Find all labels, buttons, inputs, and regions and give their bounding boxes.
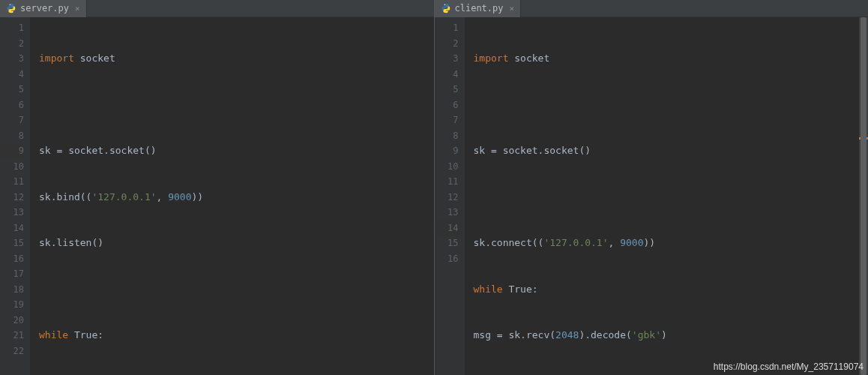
code-token: import <box>474 51 509 67</box>
gutter-right: 1 2 3 4 5 6 7 8 9 10 11 12 13 14 15 16 <box>435 17 465 375</box>
line-number: 13 <box>0 205 24 220</box>
line-number: 12 <box>435 190 459 206</box>
code-token: '127.0.0.1' <box>91 190 156 206</box>
gutter-left: 1 2 3 4 5 6 7 8 9 10 11 12 13 14 15 16 1… <box>0 17 30 375</box>
line-number: 13 <box>435 205 459 220</box>
code-token: socket <box>74 51 115 67</box>
svg-point-2 <box>444 4 444 5</box>
code-token: ) <box>661 328 667 344</box>
line-number: 1 <box>0 20 24 36</box>
code-right[interactable]: import socket sk = socket.socket() sk.co… <box>465 17 869 375</box>
code-token: while <box>39 328 68 344</box>
line-number: 4 <box>435 67 459 82</box>
code-token: , <box>157 190 169 206</box>
watermark: https://blog.csdn.net/My_2357119074 <box>714 362 864 372</box>
line-number: 19 <box>0 297 24 313</box>
line-number: 11 <box>0 174 24 190</box>
line-number: 10 <box>0 159 24 175</box>
line-number: 16 <box>435 251 459 267</box>
editor-left[interactable]: 1 2 3 4 5 6 7 8 9 10 11 12 13 14 15 16 1… <box>0 17 434 375</box>
line-number: 10 <box>435 159 459 175</box>
code-left[interactable]: import socket sk = socket.socket() sk.bi… <box>30 17 434 375</box>
code-token: sk = socket.socket() <box>39 143 157 159</box>
split-view: server.py × 1 2 3 4 5 6 7 8 9 10 11 12 1… <box>0 0 868 375</box>
close-icon[interactable]: × <box>510 4 515 14</box>
python-file-icon <box>6 3 16 14</box>
code-token: msg = sk.recv( <box>474 328 556 344</box>
line-number: 15 <box>0 236 24 251</box>
code-token: import <box>39 51 74 67</box>
svg-point-0 <box>10 4 10 5</box>
line-number: 3 <box>0 51 24 67</box>
line-number: 20 <box>0 313 24 328</box>
line-number: 7 <box>435 112 459 128</box>
line-number: 8 <box>0 128 24 144</box>
editor-right[interactable]: 1 2 3 4 5 6 7 8 9 10 11 12 13 14 15 16 i… <box>435 17 869 375</box>
left-pane: server.py × 1 2 3 4 5 6 7 8 9 10 11 12 1… <box>0 0 435 375</box>
tab-bar-right: client.py × <box>435 0 869 17</box>
code-token: 9000 <box>168 190 191 206</box>
code-token: )) <box>192 190 204 206</box>
code-token: , <box>609 236 621 251</box>
tab-server-py[interactable]: server.py × <box>0 0 87 17</box>
code-token: sk = socket.socket() <box>474 143 591 159</box>
line-number: 8 <box>435 128 459 144</box>
line-number: 22 <box>0 344 24 359</box>
line-number: 16 <box>0 251 24 267</box>
line-number: 6 <box>0 98 24 113</box>
right-pane: client.py × 1 2 3 4 5 6 7 8 9 10 11 12 1… <box>435 0 869 375</box>
line-number: 14 <box>0 220 24 236</box>
code-token: 2048 <box>555 328 579 344</box>
line-number: 7 <box>0 112 24 128</box>
line-number: 12 <box>0 190 24 206</box>
code-token: '127.0.0.1' <box>543 236 608 251</box>
code-token: while <box>474 282 503 298</box>
tab-label: client.py <box>455 3 504 14</box>
line-number: 21 <box>0 328 24 344</box>
line-number: 6 <box>435 98 459 113</box>
code-token: )) <box>643 236 655 251</box>
line-number: 3 <box>435 51 459 67</box>
code-token: True: <box>68 328 103 344</box>
line-number: 15 <box>435 236 459 251</box>
code-token: sk.listen() <box>39 236 103 251</box>
line-number: 18 <box>0 282 24 298</box>
line-number: 1 <box>435 20 459 36</box>
tab-label: server.py <box>20 3 69 14</box>
code-token: 9000 <box>620 236 643 251</box>
line-number: 2 <box>0 36 24 52</box>
code-token: True: <box>503 282 538 298</box>
code-token: sk.bind(( <box>39 190 91 206</box>
line-number: 5 <box>435 82 459 98</box>
line-number: 5 <box>0 82 24 98</box>
line-number: 9 <box>435 143 459 159</box>
line-number: 9 <box>0 143 24 159</box>
code-token: ).decode( <box>579 328 631 344</box>
svg-point-1 <box>12 11 13 12</box>
line-number: 17 <box>0 266 24 282</box>
svg-point-3 <box>447 11 447 12</box>
line-number: 14 <box>435 220 459 236</box>
close-icon[interactable]: × <box>75 4 80 14</box>
line-number: 2 <box>435 36 459 52</box>
scrollbar-right[interactable] <box>859 17 868 375</box>
scroll-thumb[interactable] <box>861 17 867 375</box>
line-number: 4 <box>0 67 24 82</box>
tab-bar-left: server.py × <box>0 0 434 17</box>
python-file-icon <box>441 3 451 14</box>
tab-client-py[interactable]: client.py × <box>435 0 522 17</box>
code-token: socket <box>508 51 549 67</box>
code-token: 'gbk' <box>632 328 661 344</box>
line-number: 11 <box>435 174 459 190</box>
code-token: sk.connect(( <box>474 236 544 251</box>
